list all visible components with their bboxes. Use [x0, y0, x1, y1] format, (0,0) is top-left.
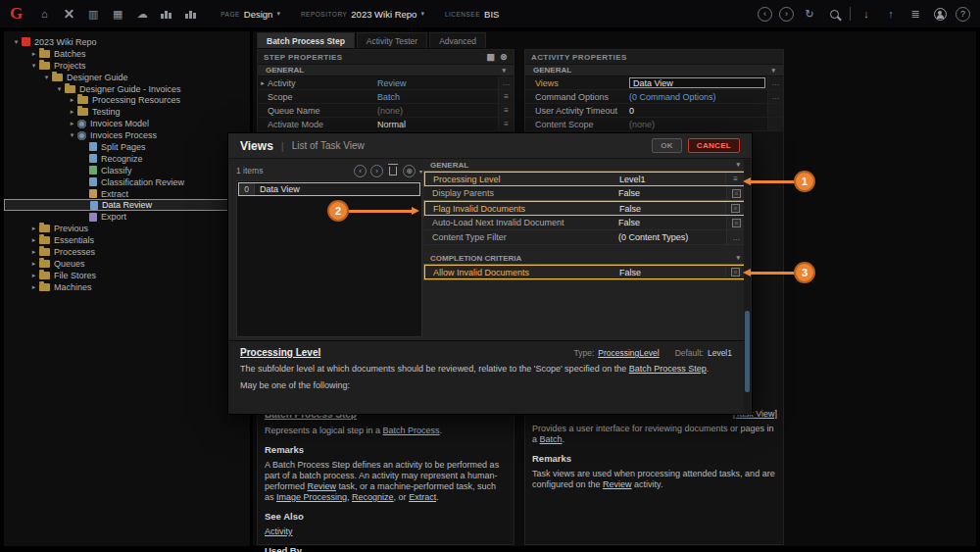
doc-link-recognize[interactable]: Recognize [352, 492, 394, 502]
property-row-scope[interactable]: Scope Batch ≡ [258, 90, 514, 104]
search-icon[interactable] [825, 6, 843, 22]
page-selector[interactable]: PAGE Design ▾ [220, 9, 280, 20]
import-icon[interactable]: ↓ [858, 6, 875, 22]
menu-icon[interactable] [767, 104, 783, 117]
expander-icon[interactable]: ▸ [258, 79, 268, 87]
expander-icon[interactable]: ▾ [29, 62, 38, 70]
back-icon[interactable]: ‹ [758, 7, 772, 22]
property-row-content-type-filter[interactable]: Content Type Filter (0 Content Types) … [424, 230, 746, 245]
doc-link-review[interactable]: Review [308, 481, 337, 491]
checkbox-icon[interactable] [726, 216, 746, 229]
help-icon[interactable]: ? [956, 7, 970, 22]
ellipsis-icon[interactable]: … [498, 76, 514, 89]
tree-item-classification-review[interactable]: Classification Review [4, 176, 250, 188]
property-row-processing-level[interactable]: Processing Level Level1 ≡ [424, 172, 746, 186]
property-row-content-scope[interactable]: Content Scope (none) [525, 118, 783, 131]
property-row-views[interactable]: Views Data View … [525, 76, 783, 90]
add-icon[interactable]: ⊕ [403, 165, 416, 177]
move-down-icon[interactable]: › [370, 165, 383, 177]
tree-item-invoices-process[interactable]: ▾ Invoices Process [4, 129, 250, 141]
tree-item-machines[interactable]: ▸ Machines [4, 281, 250, 293]
tree-item-designer-guide-invoices[interactable]: ▾ Designer Guide - Invoices [4, 83, 250, 95]
ok-button[interactable]: OK [652, 138, 682, 153]
expander-icon[interactable]: ▾ [68, 131, 76, 139]
expander-icon[interactable]: ▸ [68, 96, 76, 104]
scrollbar-thumb[interactable] [745, 311, 750, 392]
expander-icon[interactable]: ▸ [29, 260, 38, 268]
tree-item-data-review[interactable]: Data Review [4, 199, 244, 211]
menu-icon[interactable]: ≡ [498, 104, 514, 117]
expander-icon[interactable]: ▸ [29, 283, 38, 291]
ellipsis-icon[interactable]: … [767, 90, 783, 103]
general-section-header[interactable]: GENERAL ▾ [525, 64, 783, 76]
expander-icon[interactable]: ▸ [29, 50, 38, 58]
menu-icon[interactable] [767, 118, 783, 130]
add-dropdown-icon[interactable]: ▾ [419, 168, 422, 175]
tree-item-designer-guide[interactable]: ▾ Designer Guide [4, 72, 250, 83]
batches-icon[interactable]: ▥ [84, 6, 102, 22]
ellipsis-icon[interactable]: … [767, 76, 783, 89]
user-icon[interactable] [931, 6, 949, 22]
tree-item-file-stores[interactable]: ▸ File Stores [4, 270, 250, 281]
ellipsis-icon[interactable]: … [726, 230, 746, 244]
tree-item-testing[interactable]: ▸ Testing [4, 106, 250, 118]
property-row-queue-name[interactable]: Queue Name (none) ≡ [258, 104, 514, 118]
database-icon[interactable]: ≣ [906, 6, 924, 22]
expander-icon[interactable]: ▸ [29, 248, 38, 256]
save-icon[interactable]: ▦ [109, 6, 126, 22]
list-item-data-view[interactable]: 0 Data View [238, 182, 420, 196]
tree-item-queues[interactable]: ▸ Queues [4, 258, 250, 270]
doc-link-batch[interactable]: Batch [540, 434, 563, 444]
property-row-auto-load-next-invalid[interactable]: Auto-Load Next Invalid Document False [424, 216, 746, 230]
home-icon[interactable]: ⌂ [35, 6, 53, 22]
expander-icon[interactable]: ▸ [68, 120, 76, 127]
refresh-icon[interactable]: ↻ [801, 6, 818, 22]
tree-item-essentials[interactable]: ▸ Essentials [4, 234, 250, 246]
delete-icon[interactable] [389, 167, 397, 176]
forward-icon[interactable]: › [779, 7, 794, 22]
tree-item-extract[interactable]: Extract [4, 188, 250, 200]
doc-link-batch-process-step[interactable]: Batch Process Step [629, 364, 707, 374]
tree-item-batches[interactable]: ▸ Batches [4, 48, 250, 60]
close-icon[interactable]: ⊗ [500, 52, 508, 62]
tree-item-previous[interactable]: ▸ Previous [4, 223, 250, 234]
stats-icon[interactable] [158, 6, 175, 22]
property-row-display-parents[interactable]: Display Parents False [424, 186, 746, 201]
property-row-user-activity-timeout[interactable]: User Activity Timeout 0 [525, 104, 783, 118]
tree-item-processing-resources[interactable]: ▸ Processing Resources [4, 94, 250, 106]
tab-advanced[interactable]: Advanced [429, 32, 486, 48]
app-logo-icon[interactable]: G [10, 4, 23, 24]
expander-icon[interactable]: ▸ [29, 272, 38, 279]
completion-criteria-section-header[interactable]: COMPLETION CRITERIA ▾ [424, 252, 746, 265]
property-row-command-options[interactable]: Command Options (0 Command Options) … [525, 90, 783, 104]
expander-icon[interactable]: ▾ [55, 85, 64, 93]
doc-link-activity[interactable]: Activity [265, 527, 293, 536]
tree-item-processes[interactable]: ▸ Processes [4, 246, 250, 258]
checkbox-icon[interactable] [725, 202, 745, 215]
cloud-icon[interactable]: ☁ [133, 6, 151, 22]
dialog-scrollbar[interactable] [744, 159, 751, 413]
type-value-link[interactable]: ProcessingLevel [598, 348, 659, 358]
tab-batch-process-step[interactable]: Batch Process Step [257, 32, 355, 48]
repository-selector[interactable]: REPOSITORY 2023 Wiki Repo ▾ [301, 9, 424, 20]
doc-link-image-processing[interactable]: Image Processing [276, 492, 347, 502]
expander-icon[interactable]: ▾ [42, 74, 51, 81]
chart-icon[interactable] [182, 6, 200, 22]
property-row-flag-invalid-documents[interactable]: Flag Invalid Documents False [424, 201, 746, 216]
menu-icon[interactable]: ≡ [498, 90, 514, 103]
checkbox-icon[interactable] [726, 186, 746, 200]
checkbox-icon[interactable] [725, 266, 745, 278]
export-icon[interactable]: ↑ [882, 6, 900, 22]
property-row-activity[interactable]: ▸ Activity Review … [258, 76, 514, 90]
menu-icon[interactable]: ≡ [498, 118, 514, 130]
tree-item-recognize[interactable]: Recognize [4, 153, 250, 165]
tree-item-projects[interactable]: ▾ Projects [4, 60, 250, 72]
doc-link-extract[interactable]: Extract [409, 492, 436, 502]
expander-icon[interactable]: ▸ [29, 236, 38, 244]
tree-item-repo[interactable]: ▾ 2023 Wiki Repo [4, 36, 250, 48]
views-value-editor[interactable]: Data View [629, 77, 765, 88]
expander-icon[interactable]: ▾ [12, 38, 21, 46]
tree-item-export[interactable]: Export [4, 211, 250, 223]
tree-item-invoices-model[interactable]: ▸ Invoices Model [4, 118, 250, 129]
property-row-allow-invalid-documents[interactable]: Allow Invalid Documents False [424, 265, 746, 279]
